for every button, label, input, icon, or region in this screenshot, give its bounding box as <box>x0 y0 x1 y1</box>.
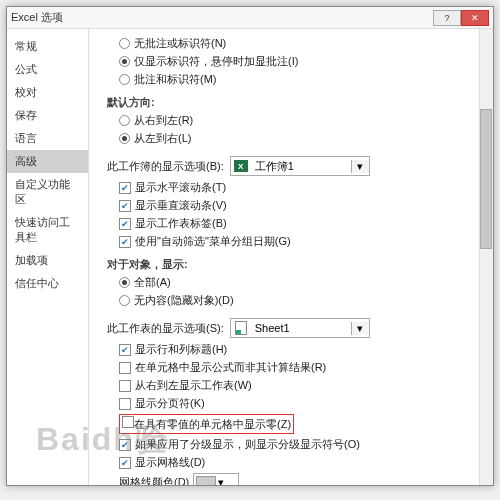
radio-row: 全部(A) <box>119 275 483 290</box>
radio-label: 无批注或标识符(N) <box>134 36 226 51</box>
close-button[interactable]: ✕ <box>461 10 489 26</box>
sidebar-item[interactable]: 快速访问工具栏 <box>7 211 88 249</box>
sheet-value: Sheet1 <box>251 322 351 334</box>
checkbox[interactable] <box>119 236 131 248</box>
checkbox-label: 显示工作表标签(B) <box>135 216 227 231</box>
chevron-down-icon[interactable]: ▾ <box>351 322 369 335</box>
sidebar-item[interactable]: 常规 <box>7 35 88 58</box>
window-buttons: ? ✕ <box>433 10 489 26</box>
dialog-body: 常规公式校对保存语言高级自定义功能区快速访问工具栏加载项信任中心 无批注或标识符… <box>7 29 493 485</box>
checkbox[interactable] <box>119 344 131 356</box>
sidebar-item[interactable]: 自定义功能区 <box>7 173 88 211</box>
radio-row: 从右到左(R) <box>119 113 483 128</box>
checkbox[interactable] <box>122 416 134 428</box>
checkbox-row: 显示分页符(K) <box>119 396 483 411</box>
checkbox-row: 在具有零值的单元格中显示零(Z) <box>119 414 483 434</box>
radio-label: 批注和标识符(M) <box>134 72 217 87</box>
radio-button[interactable] <box>119 295 130 306</box>
checkbox-label: 显示行和列标题(H) <box>135 342 227 357</box>
sidebar-item[interactable]: 高级 <box>7 150 88 173</box>
sheet-select[interactable]: Sheet1 ▾ <box>230 318 370 338</box>
footer: 脚本之家 Jb51.Net <box>0 492 500 500</box>
radio-button[interactable] <box>119 133 130 144</box>
checkbox[interactable] <box>119 398 131 410</box>
workbook-select[interactable]: X 工作簿1 ▾ <box>230 156 370 176</box>
checkbox-label: 从右到左显示工作表(W) <box>135 378 252 393</box>
workbook-label: 此工作簿的显示选项(B): <box>107 159 224 174</box>
checkbox-row: 显示水平滚动条(T) <box>119 180 483 195</box>
radio-button[interactable] <box>119 115 130 126</box>
checkbox[interactable] <box>119 439 131 451</box>
sheet-label: 此工作表的显示选项(S): <box>107 321 224 336</box>
help-button[interactable]: ? <box>433 10 461 26</box>
direction-heading: 默认方向: <box>107 95 483 110</box>
scrollbar-track[interactable] <box>479 29 493 485</box>
sidebar-item[interactable]: 公式 <box>7 58 88 81</box>
options-dialog: Excel 选项 ? ✕ 常规公式校对保存语言高级自定义功能区快速访问工具栏加载… <box>6 6 494 486</box>
color-swatch <box>196 476 216 485</box>
scrollbar-thumb[interactable] <box>480 109 492 249</box>
grid-color-label: 网格线颜色(D) <box>119 475 189 486</box>
checkbox-label: 显示分页符(K) <box>135 396 205 411</box>
radio-button[interactable] <box>119 74 130 85</box>
sidebar-item[interactable]: 加载项 <box>7 249 88 272</box>
sidebar-item[interactable]: 校对 <box>7 81 88 104</box>
radio-label: 仅显示标识符，悬停时加显批注(I) <box>134 54 298 69</box>
checkbox-label: 显示网格线(D) <box>135 455 205 470</box>
checkbox-row: 显示网格线(D) <box>119 455 483 470</box>
radio-label: 从左到右(L) <box>134 131 191 146</box>
checkbox[interactable] <box>119 457 131 469</box>
highlighted-option: 在具有零值的单元格中显示零(Z) <box>119 414 294 434</box>
checkbox-row: 显示工作表标签(B) <box>119 216 483 231</box>
radio-label: 无内容(隐藏对象)(D) <box>134 293 234 308</box>
radio-button[interactable] <box>119 277 130 288</box>
checkbox-label: 显示垂直滚动条(V) <box>135 198 227 213</box>
chevron-down-icon[interactable]: ▾ <box>351 160 369 173</box>
radio-row: 无批注或标识符(N) <box>119 36 483 51</box>
sheet-display-section: 此工作表的显示选项(S): Sheet1 ▾ <box>107 318 483 338</box>
radio-button[interactable] <box>119 38 130 49</box>
radio-row: 无内容(隐藏对象)(D) <box>119 293 483 308</box>
checkbox-row: 显示行和列标题(H) <box>119 342 483 357</box>
sidebar-item[interactable]: 信任中心 <box>7 272 88 295</box>
checkbox[interactable] <box>119 182 131 194</box>
objects-heading: 对于对象，显示: <box>107 257 483 272</box>
checkbox-label: 使用"自动筛选"菜单分组日期(G) <box>135 234 291 249</box>
sidebar-item[interactable]: 语言 <box>7 127 88 150</box>
sheet-icon <box>233 320 249 336</box>
workbook-display-section: 此工作簿的显示选项(B): X 工作簿1 ▾ <box>107 156 483 176</box>
checkbox-label: 显示水平滚动条(T) <box>135 180 226 195</box>
checkbox-label: 在单元格中显示公式而非其计算结果(R) <box>135 360 326 375</box>
titlebar: Excel 选项 ? ✕ <box>7 7 493 29</box>
checkbox[interactable] <box>119 362 131 374</box>
sidebar: 常规公式校对保存语言高级自定义功能区快速访问工具栏加载项信任中心 <box>7 29 89 485</box>
radio-row: 从左到右(L) <box>119 131 483 146</box>
checkbox-row: 在单元格中显示公式而非其计算结果(R) <box>119 360 483 375</box>
checkbox[interactable] <box>119 380 131 392</box>
content-pane: 无批注或标识符(N)仅显示标识符，悬停时加显批注(I)批注和标识符(M) 默认方… <box>89 29 493 485</box>
grid-color-row: 网格线颜色(D) ▾ <box>119 473 483 485</box>
radio-row: 批注和标识符(M) <box>119 72 483 87</box>
checkbox-row: 使用"自动筛选"菜单分组日期(G) <box>119 234 483 249</box>
excel-icon: X <box>233 158 249 174</box>
radio-row: 仅显示标识符，悬停时加显批注(I) <box>119 54 483 69</box>
workbook-value: 工作簿1 <box>251 159 351 174</box>
window-title: Excel 选项 <box>11 10 433 25</box>
checkbox-label: 如果应用了分级显示，则显示分级显示符号(O) <box>135 437 360 452</box>
checkbox[interactable] <box>119 200 131 212</box>
sidebar-item[interactable]: 保存 <box>7 104 88 127</box>
radio-button[interactable] <box>119 56 130 67</box>
checkbox-label: 在具有零值的单元格中显示零(Z) <box>134 418 291 430</box>
checkbox-row: 如果应用了分级显示，则显示分级显示符号(O) <box>119 437 483 452</box>
checkbox[interactable] <box>119 218 131 230</box>
chevron-down-icon: ▾ <box>218 476 224 486</box>
radio-label: 全部(A) <box>134 275 171 290</box>
checkbox-row: 显示垂直滚动条(V) <box>119 198 483 213</box>
checkbox-row: 从右到左显示工作表(W) <box>119 378 483 393</box>
radio-label: 从右到左(R) <box>134 113 193 128</box>
grid-color-button[interactable]: ▾ <box>193 473 239 485</box>
